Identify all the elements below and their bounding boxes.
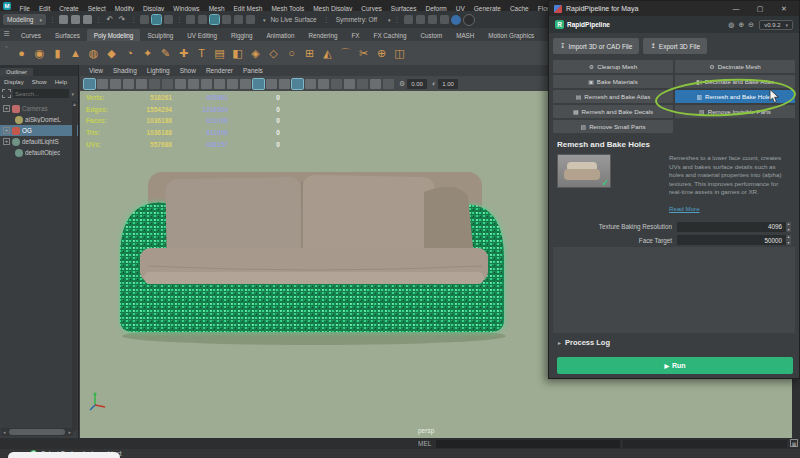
action-button[interactable]: ⚙ Decimate Mesh bbox=[675, 60, 795, 73]
spinner-control[interactable]: ▲▼ bbox=[786, 235, 791, 245]
shelf-tab[interactable]: Rendering bbox=[301, 29, 344, 41]
file-operation-icon[interactable] bbox=[71, 15, 80, 24]
window-title-bar[interactable]: RapidPipeline for Maya — ▢ ✕ bbox=[549, 1, 799, 16]
shelf-tool-icon[interactable]: T bbox=[194, 45, 209, 61]
chevron-down-icon[interactable]: ▾ bbox=[71, 91, 76, 97]
version-dropdown[interactable]: v0.9.2 ▾ bbox=[759, 20, 793, 30]
run-button[interactable]: ▶ Run bbox=[557, 357, 793, 374]
toggle-icon[interactable] bbox=[440, 15, 449, 24]
file-button[interactable]: ↥ Export 3D File bbox=[643, 38, 707, 54]
sofa-model-selected-wireframe[interactable] bbox=[118, 162, 530, 350]
snap-icon[interactable] bbox=[222, 15, 231, 24]
shelf-tool-icon[interactable]: ⌒ bbox=[338, 45, 353, 61]
viewport-toggle-icon[interactable] bbox=[292, 79, 303, 89]
viewport-toggle-icon[interactable] bbox=[240, 79, 251, 89]
expand-toggle-icon[interactable]: + bbox=[3, 127, 10, 134]
undo-icon[interactable]: ↶ bbox=[105, 15, 115, 24]
shelf-tab-menu-icon[interactable]: ☰ bbox=[3, 30, 9, 38]
viewport-toggle-icon[interactable] bbox=[175, 79, 186, 89]
parameter-input[interactable]: 4096 ▲▼ bbox=[677, 222, 791, 232]
action-button[interactable]: ▦ Remesh and Bake Decals bbox=[553, 105, 673, 118]
gamma-icon[interactable]: ◐ bbox=[432, 80, 436, 87]
shelf-tool-icon[interactable]: ◈ bbox=[248, 45, 263, 61]
close-button[interactable]: ✕ bbox=[774, 5, 794, 13]
outliner-horizontal-scrollbar[interactable]: ◂ ▸ bbox=[1, 428, 73, 436]
viewport-toggle-icon[interactable] bbox=[266, 79, 277, 89]
outliner-tab[interactable]: Outliner bbox=[0, 68, 33, 76]
viewport-toggle-icon[interactable] bbox=[383, 79, 394, 89]
minimize-button[interactable]: — bbox=[726, 5, 746, 12]
shelf-tab[interactable]: Motion Graphics bbox=[481, 29, 541, 41]
shelf-tool-icon[interactable]: ⊕ bbox=[374, 45, 389, 61]
viewport-toggle-icon[interactable] bbox=[305, 79, 316, 89]
shelf-tool-icon[interactable]: ✂ bbox=[356, 45, 371, 61]
shelf-tab[interactable]: FX bbox=[344, 29, 366, 41]
outliner-item[interactable]: + defaultLightS bbox=[0, 136, 78, 147]
toggle-icon[interactable] bbox=[404, 15, 413, 24]
shelf-tool-icon[interactable]: ⊞ bbox=[302, 45, 317, 61]
search-filter-icon[interactable] bbox=[2, 89, 11, 98]
viewport-toggle-icon[interactable] bbox=[253, 79, 264, 89]
file-button[interactable]: ↧ Import 3D or CAD File bbox=[553, 38, 639, 54]
mel-mode-label[interactable]: MEL bbox=[418, 440, 431, 447]
chevron-down-icon[interactable]: ▾ bbox=[388, 17, 391, 23]
scroll-right-icon[interactable]: ▸ bbox=[66, 429, 73, 435]
action-button[interactable]: ▨ Remove Small Parts bbox=[553, 120, 673, 133]
action-button[interactable]: ▥ Remesh and Bake Holes bbox=[675, 90, 795, 103]
shelf-tool-icon[interactable]: ◔ bbox=[122, 45, 137, 61]
shelf-tool-icon[interactable]: ◍ bbox=[86, 45, 101, 61]
gamma-value[interactable]: 1.00 bbox=[438, 79, 458, 89]
viewport-menu-item[interactable]: Lighting bbox=[142, 67, 175, 74]
viewport-menu-item[interactable]: Panels bbox=[238, 67, 268, 74]
spinner-up-icon[interactable]: ▲ bbox=[787, 235, 790, 239]
toggle-icon[interactable] bbox=[428, 15, 437, 24]
snap-icon[interactable] bbox=[198, 15, 207, 24]
scroll-left-icon[interactable]: ◂ bbox=[1, 429, 8, 435]
viewport-toggle-icon[interactable] bbox=[188, 79, 199, 89]
viewport-toggle-icon[interactable] bbox=[84, 79, 95, 89]
outliner-menu-item[interactable]: Show bbox=[28, 79, 51, 85]
shelf-tab[interactable]: Animation bbox=[259, 29, 301, 41]
outliner-vertical-scrollbar[interactable]: ▲ bbox=[72, 101, 77, 431]
spinner-down-icon[interactable]: ▼ bbox=[787, 228, 790, 232]
expand-toggle-icon[interactable]: + bbox=[3, 105, 10, 112]
exposure-icon[interactable]: ⚙ bbox=[399, 80, 405, 88]
shelf-tab[interactable]: FX Caching bbox=[367, 29, 414, 41]
shelf-tab[interactable]: Rigging bbox=[224, 29, 259, 41]
viewport-toggle-icon[interactable] bbox=[149, 79, 160, 89]
header-tool-icon[interactable]: ⊕ bbox=[738, 21, 744, 29]
shelf-tab[interactable]: Surfaces bbox=[48, 29, 87, 41]
snap-icon[interactable] bbox=[186, 15, 195, 24]
viewport-toggle-icon[interactable] bbox=[357, 79, 368, 89]
shelf-tool-icon[interactable]: ● bbox=[14, 45, 29, 61]
viewport-toggle-icon[interactable] bbox=[136, 79, 147, 89]
selection-mask-icon[interactable] bbox=[164, 15, 173, 24]
viewport-menu-item[interactable]: Renderer bbox=[201, 67, 238, 74]
viewport-toggle-icon[interactable] bbox=[227, 79, 238, 89]
shelf-tool-icon[interactable]: ▮ bbox=[50, 45, 65, 61]
maximize-button[interactable]: ▢ bbox=[750, 5, 770, 13]
outliner-item[interactable]: defaultObjec bbox=[0, 147, 78, 158]
viewport-toggle-icon[interactable] bbox=[214, 79, 225, 89]
viewport-menu-item[interactable]: View bbox=[84, 67, 108, 74]
shelf-tab[interactable]: UV Editing bbox=[180, 29, 224, 41]
mel-input-field[interactable] bbox=[436, 440, 620, 448]
viewport-menu-item[interactable]: Shading bbox=[108, 67, 142, 74]
selection-mask-icon[interactable] bbox=[140, 15, 149, 24]
shelf-tab[interactable]: Custom bbox=[413, 29, 449, 41]
spinner-control[interactable]: ▲▼ bbox=[786, 222, 791, 232]
viewport-toggle-icon[interactable] bbox=[162, 79, 173, 89]
viewport-menu-item[interactable]: Show bbox=[175, 67, 201, 74]
selection-mask-icon[interactable] bbox=[152, 15, 161, 24]
viewport-toggle-icon[interactable] bbox=[331, 79, 342, 89]
file-operation-icon[interactable] bbox=[83, 15, 92, 24]
redo-icon[interactable]: ↷ bbox=[117, 15, 127, 24]
shelf-tool-icon[interactable]: ✦ bbox=[140, 45, 155, 61]
shelf-tool-icon[interactable]: ◇ bbox=[266, 45, 281, 61]
scroll-up-icon[interactable]: ▲ bbox=[72, 101, 77, 107]
shelf-tab[interactable]: Poly Modeling bbox=[87, 29, 141, 41]
shelf-tool-icon[interactable]: ✚ bbox=[176, 45, 191, 61]
process-log-header[interactable]: ▸ Process Log bbox=[558, 338, 610, 347]
render-current-frame-icon[interactable] bbox=[451, 15, 461, 25]
toggle-icon[interactable] bbox=[416, 15, 425, 24]
